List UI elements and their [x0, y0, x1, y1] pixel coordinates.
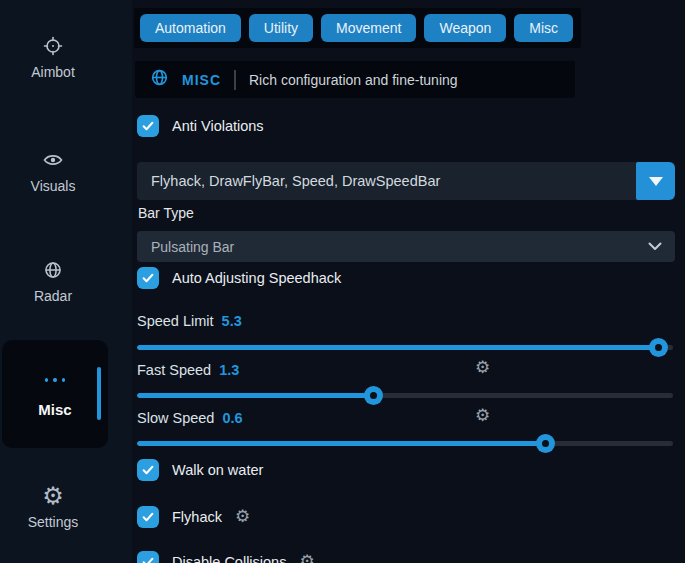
- fast-speed-value: 1.3: [219, 362, 239, 378]
- sidebar-item-label: Radar: [34, 288, 72, 304]
- auto-adjusting-checkbox[interactable]: [137, 267, 159, 289]
- disable-collisions-row: Disable Collisions ⚙: [137, 550, 315, 563]
- fast-speed-label: Fast Speed: [137, 362, 211, 378]
- gear-icon: ⚙: [43, 486, 63, 506]
- slow-speed-slider[interactable]: [137, 434, 675, 453]
- auto-adjusting-row: Auto Adjusting Speedhack: [137, 266, 341, 290]
- sidebar: Aimbot Visuals Radar Misc ⚙ Settings: [0, 0, 132, 563]
- slow-speed-label: Slow Speed: [137, 410, 214, 426]
- bar-multiselect[interactable]: Flyhack, DrawFlyBar, Speed, DrawSpeedBar: [137, 162, 675, 200]
- ellipsis-icon: [45, 370, 65, 390]
- slider-fill: [137, 393, 373, 398]
- crosshair-icon: [43, 36, 63, 56]
- sidebar-item-label: Visuals: [31, 178, 76, 194]
- tab-automation[interactable]: Automation: [140, 14, 241, 42]
- globe-icon: [43, 260, 63, 280]
- slider-track[interactable]: [137, 345, 673, 350]
- check-icon: [141, 463, 155, 477]
- anti-violations-checkbox[interactable]: [137, 115, 159, 137]
- slider-fill: [137, 345, 657, 350]
- gear-icon[interactable]: ⚙: [475, 409, 490, 423]
- flyhack-label: Flyhack: [172, 509, 222, 525]
- sidebar-item-misc[interactable]: Misc: [2, 340, 108, 448]
- sidebar-item-visuals[interactable]: Visuals: [0, 150, 106, 194]
- bar-type-select[interactable]: Pulsating Bar: [137, 231, 675, 262]
- sidebar-item-label: Misc: [38, 401, 71, 418]
- sidebar-item-label: Aimbot: [31, 64, 75, 80]
- tab-weapon[interactable]: Weapon: [424, 14, 506, 42]
- flyhack-checkbox[interactable]: [137, 506, 159, 528]
- sidebar-item-settings[interactable]: ⚙ Settings: [0, 486, 106, 530]
- slow-speed-value: 0.6: [222, 410, 242, 426]
- walk-on-water-checkbox[interactable]: [137, 459, 159, 481]
- speed-limit-slider[interactable]: [137, 338, 675, 357]
- bar-type-value: Pulsating Bar: [151, 239, 234, 255]
- slider-fill: [137, 441, 544, 446]
- anti-violations-row: Anti Violations: [137, 114, 264, 138]
- speed-limit-value: 5.3: [222, 313, 242, 329]
- tab-movement[interactable]: Movement: [321, 14, 416, 42]
- speed-limit-label-row: Speed Limit 5.3: [137, 312, 675, 329]
- flyhack-row: Flyhack ⚙: [137, 505, 250, 529]
- check-icon: [141, 510, 155, 524]
- sidebar-item-aimbot[interactable]: Aimbot: [0, 36, 106, 80]
- selected-indicator-bar: [97, 367, 101, 420]
- anti-violations-label: Anti Violations: [172, 118, 264, 134]
- disable-collisions-checkbox[interactable]: [137, 551, 159, 563]
- triangle-down-icon: [649, 177, 663, 186]
- category-tab-bar: Automation Utility Movement Weapon Misc: [134, 8, 581, 48]
- divider: [234, 70, 236, 90]
- walk-on-water-label: Walk on water: [172, 462, 263, 478]
- slider-thumb[interactable]: [364, 386, 383, 405]
- eye-icon: [43, 150, 63, 170]
- slider-thumb[interactable]: [649, 338, 668, 357]
- disable-collisions-label: Disable Collisions: [172, 554, 286, 563]
- bar-multiselect-value: Flyhack, DrawFlyBar, Speed, DrawSpeedBar: [137, 173, 636, 189]
- section-subtitle: Rich configuration and fine-tuning: [249, 72, 458, 88]
- speed-limit-label: Speed Limit: [137, 313, 214, 329]
- multiselect-dropdown-button[interactable]: [636, 162, 675, 200]
- fast-speed-slider[interactable]: [137, 386, 675, 405]
- gear-icon[interactable]: ⚙: [299, 555, 314, 563]
- check-icon: [141, 555, 155, 563]
- slow-speed-label-row: Slow Speed 0.6 ⚙: [137, 409, 675, 426]
- main-panel: Automation Utility Movement Weapon Misc …: [137, 0, 675, 563]
- bar-type-label: Bar Type: [138, 205, 194, 221]
- fast-speed-label-row: Fast Speed 1.3 ⚙: [137, 361, 675, 378]
- slider-track[interactable]: [137, 441, 673, 446]
- tab-misc[interactable]: Misc: [514, 14, 573, 42]
- gear-icon[interactable]: ⚙: [475, 361, 490, 375]
- slider-thumb[interactable]: [536, 434, 555, 453]
- section-header: MISC Rich configuration and fine-tuning: [135, 61, 575, 98]
- sidebar-item-label: Settings: [28, 514, 79, 530]
- chevron-down-icon: [648, 242, 662, 251]
- tab-utility[interactable]: Utility: [249, 14, 313, 42]
- check-icon: [141, 119, 155, 133]
- sidebar-item-radar[interactable]: Radar: [0, 260, 106, 304]
- check-icon: [141, 271, 155, 285]
- gear-icon[interactable]: ⚙: [235, 510, 250, 524]
- walk-on-water-row: Walk on water: [137, 458, 263, 482]
- slider-track[interactable]: [137, 393, 673, 398]
- globe-icon: [150, 68, 169, 91]
- section-title: MISC: [182, 72, 221, 88]
- auto-adjusting-label: Auto Adjusting Speedhack: [172, 270, 341, 286]
